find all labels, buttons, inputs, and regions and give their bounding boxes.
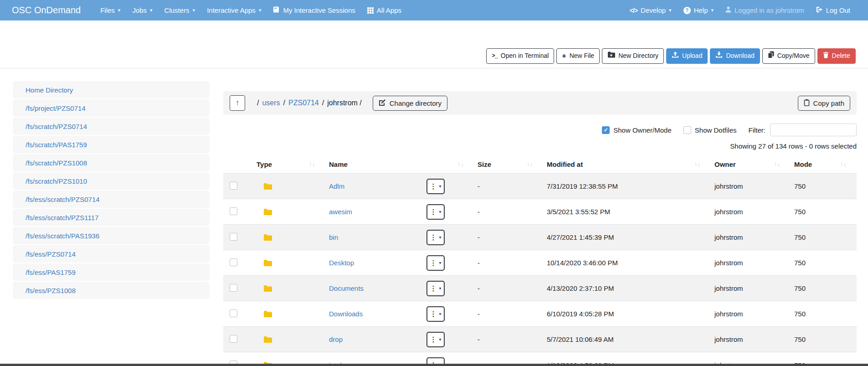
- breadcrumb: / users / PZS0714 / johrstrom /: [257, 99, 362, 107]
- download-button[interactable]: Download: [710, 48, 760, 64]
- file-size: -: [474, 250, 543, 276]
- row-checkbox[interactable]: [230, 207, 237, 215]
- ellipsis-v-icon: ⋮: [430, 182, 437, 191]
- open-in-terminal-button[interactable]: >_ Open in Terminal: [486, 48, 554, 64]
- nav-develop[interactable]: </> Develop ▾: [624, 6, 678, 14]
- sidebar-path-link[interactable]: /fs/ess/PZS0714: [13, 245, 210, 263]
- row-actions-menu-button[interactable]: ⋮ ▾: [426, 332, 445, 347]
- question-circle-icon: ?: [683, 7, 691, 14]
- nav-files[interactable]: Files ▾: [94, 6, 126, 14]
- nav-clusters[interactable]: Clusters ▾: [159, 6, 201, 14]
- breadcrumb-separator: /: [257, 99, 259, 107]
- file-owner: johrstrom: [711, 327, 791, 352]
- file-name-link[interactable]: drop: [329, 335, 343, 343]
- col-header-owner[interactable]: Owner ↑↓: [711, 155, 791, 174]
- sidebar-path-link[interactable]: /fs/ess/scratch/PZS1117: [13, 209, 210, 226]
- copy-move-button[interactable]: Copy/Move: [762, 48, 815, 64]
- row-checkbox[interactable]: [230, 182, 237, 190]
- file-name-link[interactable]: Documents: [329, 284, 364, 292]
- row-checkbox[interactable]: [230, 309, 237, 317]
- file-name-link[interactable]: Downloads: [329, 310, 363, 318]
- bottom-edge-bar: [0, 364, 868, 366]
- show-owner-mode-toggle[interactable]: ✓ Show Owner/Mode: [602, 126, 672, 134]
- show-owner-mode-checkbox[interactable]: ✓: [602, 126, 610, 134]
- sidebar-path-link[interactable]: /fs/scratch/PZS1010: [13, 172, 210, 190]
- breadcrumb-separator: /: [283, 99, 285, 107]
- change-directory-button[interactable]: Change directory: [373, 96, 447, 111]
- file-name-link[interactable]: Adlm: [329, 182, 344, 190]
- files-table: Type ↑↓ Name ↑↓ Size ↑↓ Modified at ↑↓: [223, 155, 857, 366]
- ellipsis-v-icon: ⋮: [430, 233, 437, 242]
- brand[interactable]: OSC OnDemand: [12, 5, 81, 15]
- nav-jobs[interactable]: Jobs ▾: [126, 6, 158, 14]
- file-owner: johrstrom: [711, 199, 791, 225]
- caret-down-icon: ▾: [711, 7, 714, 13]
- sidebar-path-link[interactable]: /fs/scratch/PAS1759: [13, 136, 210, 153]
- sidebar-path-link[interactable]: /fs/ess/scratch/PZS0714: [13, 191, 210, 208]
- new-directory-button[interactable]: New Directory: [602, 48, 664, 64]
- sidebar-path-link[interactable]: /fs/project/PZS0714: [13, 99, 210, 117]
- row-checkbox[interactable]: [230, 335, 237, 343]
- parent-directory-button[interactable]: ↑: [230, 95, 245, 111]
- sidebar-path-link[interactable]: /fs/ess/PAS1759: [13, 263, 210, 281]
- sidebar-path-link[interactable]: /fs/scratch/PZS0714: [13, 118, 210, 135]
- delete-button[interactable]: Delete: [817, 48, 856, 64]
- nav-all-apps[interactable]: All Apps: [361, 6, 407, 14]
- sidebar-path-link[interactable]: /fs/ess/scratch/PAS1936: [13, 227, 210, 244]
- filter-input[interactable]: [770, 124, 857, 136]
- file-owner: johrstrom: [711, 276, 791, 301]
- col-header-type[interactable]: Type ↑↓: [253, 155, 325, 174]
- file-mode: 750: [791, 174, 857, 199]
- file-name-link[interactable]: Desktop: [329, 259, 354, 267]
- col-header-modified-at[interactable]: Modified at ↑↓: [543, 155, 711, 174]
- folder-icon: [257, 310, 322, 318]
- row-checkbox[interactable]: [230, 258, 237, 266]
- nav-log-out[interactable]: Log Out: [810, 6, 856, 14]
- table-header-row: Type ↑↓ Name ↑↓ Size ↑↓ Modified at ↑↓: [223, 155, 857, 174]
- upload-button[interactable]: Upload: [666, 48, 708, 64]
- row-actions-menu-button[interactable]: ⋮ ▾: [426, 281, 445, 296]
- caret-down-icon: ▾: [439, 184, 441, 189]
- row-actions-menu-button[interactable]: ⋮ ▾: [426, 230, 445, 245]
- breadcrumb-link-pzs0714[interactable]: PZS0714: [288, 99, 319, 107]
- nav-help[interactable]: ? Help ▾: [678, 6, 719, 14]
- caret-down-icon: ▾: [439, 337, 441, 342]
- sidebar-path-link[interactable]: /fs/ess/PZS1008: [13, 282, 210, 299]
- row-checkbox[interactable]: [230, 284, 237, 292]
- row-actions-menu-button[interactable]: ⋮ ▾: [426, 204, 445, 220]
- user-icon: [725, 6, 731, 14]
- col-header-name[interactable]: Name ↑↓: [325, 155, 474, 174]
- sidebar-path-link[interactable]: Home Directory: [13, 81, 210, 98]
- caret-down-icon: ▾: [118, 7, 121, 13]
- col-header-mode[interactable]: Mode ↑↓: [791, 155, 857, 174]
- file-size: -: [474, 225, 543, 250]
- show-dotfiles-toggle[interactable]: Show Dotfiles: [683, 126, 737, 134]
- file-mode: 750: [791, 301, 857, 327]
- breadcrumb-current: johrstrom /: [327, 99, 362, 107]
- row-checkbox[interactable]: [230, 233, 237, 241]
- terminal-icon: >_: [492, 52, 497, 60]
- new-file-button[interactable]: + New File: [556, 48, 600, 64]
- file-name-link[interactable]: bin: [329, 233, 338, 241]
- row-actions-menu-button[interactable]: ⋮ ▾: [426, 255, 445, 271]
- row-actions-menu-button[interactable]: ⋮ ▾: [426, 179, 445, 194]
- nav-interactive-apps[interactable]: Interactive Apps ▾: [201, 6, 267, 14]
- breadcrumb-link-users[interactable]: users: [262, 99, 280, 107]
- nav-my-interactive-sessions[interactable]: My Interactive Sessions: [267, 6, 361, 15]
- caret-down-icon: ▾: [150, 7, 153, 13]
- file-name-link[interactable]: awesim: [329, 208, 352, 216]
- copy-path-button[interactable]: Copy path: [798, 96, 850, 111]
- show-dotfiles-checkbox[interactable]: [683, 126, 691, 134]
- filter-label: Filter:: [749, 126, 766, 134]
- table-row: bin ⋮ ▾ - 4/27/2021 1:45:39 PM johrstrom…: [223, 225, 857, 250]
- check-icon: ✓: [604, 127, 608, 133]
- col-header-size[interactable]: Size ↑↓: [474, 155, 543, 174]
- table-controls: ✓ Show Owner/Mode Show Dotfiles Filter:: [223, 124, 857, 136]
- file-size: -: [474, 174, 543, 199]
- trash-icon: [823, 52, 829, 61]
- caret-down-icon: ▾: [259, 7, 262, 13]
- sidebar-path-link[interactable]: /fs/scratch/PZS1008: [13, 154, 210, 171]
- row-actions-menu-button[interactable]: ⋮ ▾: [426, 306, 445, 322]
- file-size: -: [474, 199, 543, 225]
- caret-down-icon: ▾: [439, 311, 441, 316]
